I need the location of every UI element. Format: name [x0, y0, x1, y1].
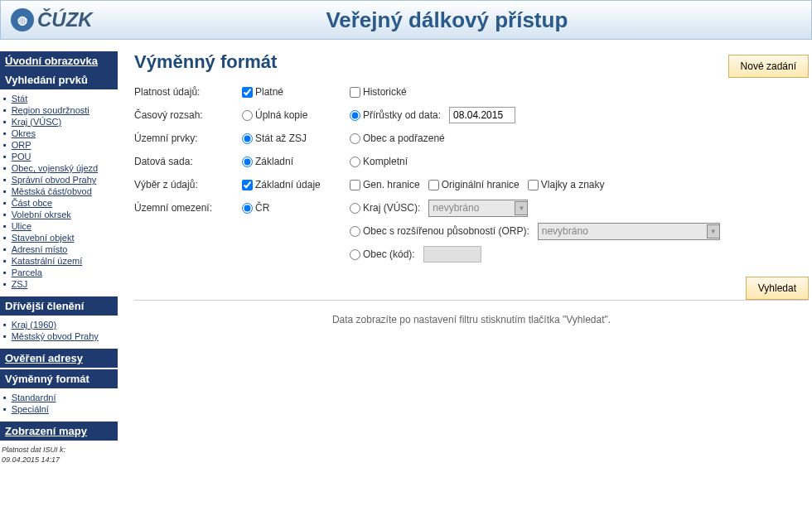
chevron-down-icon: ▼ — [707, 224, 720, 238]
radio-obec-pod[interactable] — [350, 133, 360, 144]
logo-text: ČÚZK — [37, 8, 93, 31]
radio-prirustky[interactable] — [350, 110, 360, 121]
sidebar-link[interactable]: Standardní — [12, 393, 56, 402]
radio-kompletni[interactable] — [350, 157, 360, 167]
label-vyber: Výběr z údajů: — [134, 179, 242, 190]
sidebar-link[interactable]: ZSJ — [12, 279, 28, 289]
obec-kod-input[interactable] — [423, 246, 481, 263]
select-kraj[interactable]: nevybráno▼ — [428, 200, 528, 217]
sidebar-home[interactable]: Úvodní obrazovka — [0, 51, 118, 70]
sidebar-item: Region soudržnosti — [3, 104, 118, 116]
sidebar-link[interactable]: Region soudržnosti — [12, 105, 89, 115]
sidebar-item: Stát — [3, 93, 118, 104]
checkbox-zakladni-udaje[interactable] — [242, 180, 253, 190]
sidebar-item: Správní obvod Prahy — [3, 174, 118, 186]
sidebar-link[interactable]: Adresní místo — [12, 244, 68, 254]
sidebar-item: Část obce — [3, 197, 118, 209]
date-input[interactable] — [449, 107, 515, 123]
sidebar-link[interactable]: Speciální — [12, 404, 49, 414]
sidebar-item: Městská část/obvod — [3, 186, 118, 197]
sidebar-link[interactable]: Okres — [12, 128, 36, 138]
label-datova-sada: Datová sada: — [134, 156, 242, 167]
app-title: Veřejný dálkový přístup — [93, 7, 801, 33]
sidebar-item: Volební okrsek — [3, 209, 118, 220]
radio-kraj-vusc[interactable] — [350, 203, 360, 214]
sidebar-item: Standardní — [3, 392, 118, 403]
label-uzemni-omezeni: Územní omezení: — [134, 202, 242, 214]
sidebar-item: Katastrální území — [3, 255, 118, 267]
sidebar-address-verify[interactable]: Ověření adresy — [0, 349, 118, 368]
label-casovy: Časový rozsah: — [134, 109, 242, 121]
sidebar-item: Kraj (VÚSC) — [3, 116, 118, 128]
label-platnost: Platnost údajů: — [134, 86, 242, 98]
sidebar-item: POU — [3, 151, 118, 162]
sidebar-section-historical: Dřívější členění — [0, 296, 118, 316]
sidebar-item: Stavební objekt — [3, 232, 118, 243]
sidebar-link[interactable]: Obec, vojenský újezd — [12, 163, 99, 173]
checkbox-orig-hranice[interactable] — [428, 180, 439, 190]
radio-stat-zsj[interactable] — [242, 133, 253, 144]
globe-icon: ◍ — [11, 8, 34, 31]
search-button[interactable]: Vyhledat — [746, 277, 809, 300]
checkbox-historicke[interactable] — [350, 87, 360, 98]
app-header: ◍ ČÚZK Veřejný dálkový přístup — [0, 0, 812, 40]
radio-obec-kod[interactable] — [350, 249, 360, 260]
radio-orp[interactable] — [350, 226, 360, 237]
radio-cr[interactable] — [242, 203, 253, 214]
sidebar-item: Parcela — [3, 267, 118, 278]
sidebar-link[interactable]: Kraj (VÚSC) — [12, 117, 62, 127]
checkbox-gen-hranice[interactable] — [350, 180, 360, 190]
main-content: Výměnný formát Nové zadání Platnost údaj… — [118, 51, 812, 470]
checkbox-platne[interactable] — [242, 87, 253, 98]
sidebar-link[interactable]: Správní obvod Prahy — [12, 175, 97, 185]
label-uzemni-prvky: Územní prvky: — [134, 132, 242, 144]
sidebar-link[interactable]: Městský obvod Prahy — [12, 331, 99, 341]
sidebar: Úvodní obrazovka Vyhledání prvků StátReg… — [0, 51, 118, 470]
hint-text: Data zobrazíte po nastavení filtru stisk… — [134, 314, 809, 325]
sidebar-link[interactable]: Parcela — [12, 267, 42, 277]
radio-zakladni[interactable] — [242, 157, 253, 167]
select-orp[interactable]: nevybráno▼ — [538, 223, 720, 240]
radio-uplna-kopie[interactable] — [242, 110, 253, 121]
sidebar-link[interactable]: Ulice — [12, 221, 31, 231]
sidebar-link[interactable]: Stát — [12, 94, 28, 104]
sidebar-item: Okres — [3, 128, 118, 139]
new-entry-button[interactable]: Nové zadání — [728, 55, 809, 78]
sidebar-link[interactable]: Městská část/obvod — [12, 186, 92, 196]
sidebar-map-view[interactable]: Zobrazení mapy — [0, 422, 118, 441]
sidebar-item: ORP — [3, 139, 118, 151]
sidebar-section-search: Vyhledání prvků — [0, 70, 118, 89]
page-title: Výměnný formát — [134, 51, 809, 73]
sidebar-link[interactable]: Stavební objekt — [12, 233, 75, 243]
sidebar-link[interactable]: Katastrální území — [12, 256, 83, 266]
sidebar-item: ZSJ — [3, 278, 118, 290]
sidebar-item: Speciální — [3, 403, 118, 415]
chevron-down-icon: ▼ — [515, 201, 528, 215]
sidebar-section-exchange: Výměnný formát — [0, 369, 118, 388]
checkbox-vlajky[interactable] — [528, 180, 539, 190]
sidebar-link[interactable]: POU — [12, 152, 31, 161]
sidebar-link[interactable]: Kraj (1960) — [12, 320, 56, 330]
logo[interactable]: ◍ ČÚZK — [11, 8, 93, 31]
data-validity-note: Platnost dat ISUI k: 09.04.2015 14:17 — [0, 441, 118, 470]
sidebar-link[interactable]: Volební okrsek — [12, 210, 71, 219]
sidebar-link[interactable]: ORP — [12, 140, 31, 150]
sidebar-item: Ulice — [3, 220, 118, 232]
sidebar-item: Obec, vojenský újezd — [3, 162, 118, 174]
sidebar-link[interactable]: Část obce — [12, 198, 53, 208]
sidebar-item: Kraj (1960) — [3, 319, 118, 330]
sidebar-item: Adresní místo — [3, 243, 118, 255]
sidebar-item: Městský obvod Prahy — [3, 330, 118, 342]
divider — [134, 300, 809, 301]
